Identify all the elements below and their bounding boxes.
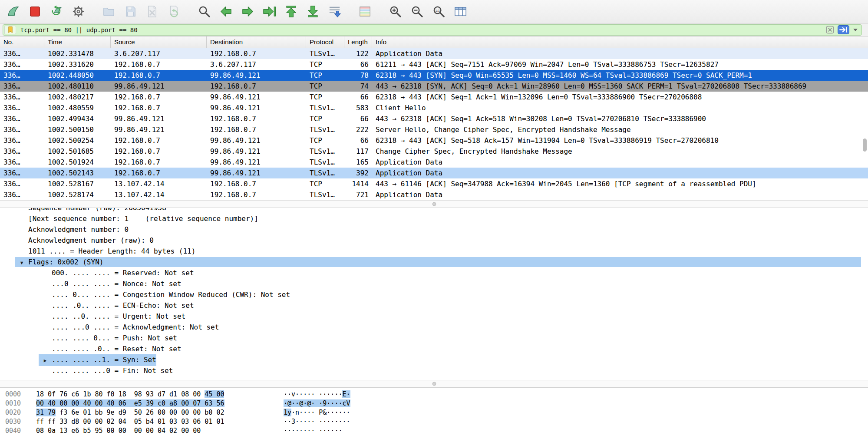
resize-columns-button[interactable]: [452, 3, 469, 21]
colorize-button[interactable]: [356, 3, 373, 21]
go-forward-icon: [241, 5, 254, 18]
column-header-info[interactable]: Info: [372, 36, 868, 48]
hex-row[interactable]: 002031 79 f3 6e 01 bb 9e d9 50 26 00 00 …: [0, 408, 868, 417]
hex-offset: 0020: [0, 408, 36, 417]
go-first-button[interactable]: [282, 3, 300, 21]
cell-protocol: TCP: [306, 59, 344, 70]
hex-row[interactable]: 000018 0f 76 c6 1b 80 f0 18 98 93 d7 d1 …: [0, 390, 868, 399]
cell-length: 122: [344, 48, 372, 59]
cell-protocol: TCP: [306, 92, 344, 102]
go-first-icon: [284, 5, 298, 18]
detail-line[interactable]: .... .... .0.. = Reset: Not set: [0, 343, 868, 354]
detail-line[interactable]: 000. .... .... = Reserved: Not set: [0, 267, 868, 278]
detail-text: .... ..0. .... = Urgent: Not set: [52, 312, 185, 320]
packet-row[interactable]: 336…1002.448050192.168.0.799.86.49.121TC…: [0, 70, 868, 81]
detail-line[interactable]: .... .... ...0 = Fin: Not set: [0, 365, 868, 376]
pane-splitter[interactable]: [0, 200, 868, 208]
filter-bookmark-button[interactable]: [4, 26, 16, 34]
reload-file-icon: [167, 5, 181, 18]
cell-source: 13.107.42.14: [111, 189, 207, 200]
packet-row[interactable]: 336…1002.480559192.168.0.799.86.49.121TL…: [0, 102, 868, 113]
packet-row[interactable]: 336…1002.49943499.86.49.121192.168.0.7TC…: [0, 113, 868, 124]
cell-no: 336…: [0, 157, 44, 168]
cell-destination: 99.86.49.121: [207, 135, 306, 146]
packet-row[interactable]: 336…1002.331620192.168.0.73.6.207.117TCP…: [0, 59, 868, 70]
column-header-length[interactable]: Length: [344, 36, 372, 48]
go-forward-button[interactable]: [239, 3, 256, 21]
go-to-packet-button[interactable]: [261, 3, 278, 21]
packet-row[interactable]: 336…1002.501924192.168.0.799.86.49.121TL…: [0, 157, 868, 168]
cell-destination: 99.86.49.121: [207, 157, 306, 168]
packet-row[interactable]: 336…1002.48011099.86.49.121192.168.0.7TC…: [0, 81, 868, 92]
wireshark-window: 1:1 No.TimeSourceDestinationProtocolLeng…: [0, 0, 868, 442]
cell-info: Application Data: [372, 48, 868, 59]
cell-protocol: TLSv1…: [306, 124, 344, 135]
cell-destination: 99.86.49.121: [207, 92, 306, 102]
detail-line[interactable]: .... .... 0... = Push: Not set: [0, 333, 868, 343]
column-header-time[interactable]: Time: [44, 36, 111, 48]
zoom-out-button[interactable]: [408, 3, 426, 21]
column-header-destination[interactable]: Destination: [207, 36, 306, 48]
cell-length: 222: [344, 124, 372, 135]
stop-capture-button[interactable]: [26, 3, 43, 21]
hex-row[interactable]: 001000 40 00 00 40 00 40 06 e5 39 c0 a8 …: [0, 399, 868, 408]
restart-capture-button[interactable]: [48, 3, 65, 21]
detail-line[interactable]: ▶.... .... ..1. = Syn: Set: [0, 354, 868, 365]
auto-scroll-button[interactable]: [326, 3, 343, 21]
cell-source: 192.168.0.7: [111, 135, 207, 146]
cell-source: 192.168.0.7: [111, 102, 207, 113]
detail-line[interactable]: 1011 .... = Header Length: 44 bytes (11): [0, 246, 868, 257]
detail-line[interactable]: .... ...0 .... = Acknowledgment: Not set: [0, 322, 868, 333]
hex-ascii: ·@··@·@· ·9····cV: [284, 399, 350, 408]
detail-line[interactable]: Acknowledgment number: 0: [0, 224, 868, 235]
packet-list-header: No.TimeSourceDestinationProtocolLengthIn…: [0, 36, 868, 48]
cell-length: 66: [344, 135, 372, 146]
filter-clear-button[interactable]: [826, 26, 834, 34]
pane-splitter[interactable]: [0, 380, 868, 388]
cell-info: Server Hello, Change Cipher Spec, Encryp…: [372, 124, 868, 135]
detail-line[interactable]: ▼Flags: 0x002 (SYN): [0, 257, 868, 267]
expand-icon[interactable]: ▶: [39, 355, 52, 366]
packet-row[interactable]: 336…1002.500254192.168.0.799.86.49.121TC…: [0, 135, 868, 146]
packet-list-scrollbar-thumb[interactable]: [863, 139, 867, 152]
cell-time: 1002.499434: [44, 113, 111, 124]
capture-options-button[interactable]: [69, 3, 87, 21]
hex-row[interactable]: 004008 0a 13 e6 b5 95 00 00 00 00 04 02 …: [0, 426, 868, 435]
packet-row[interactable]: 336…1002.501685192.168.0.799.86.49.121TL…: [0, 146, 868, 157]
go-last-button[interactable]: [304, 3, 321, 21]
packet-row[interactable]: 336…1002.502143192.168.0.799.86.49.121TL…: [0, 168, 868, 178]
find-packet-button[interactable]: [195, 3, 213, 21]
cell-time: 1002.502143: [44, 168, 111, 178]
cell-time: 1002.500254: [44, 135, 111, 146]
hex-row[interactable]: 0030ff ff 33 d8 00 00 02 04 05 b4 01 03 …: [0, 417, 868, 426]
filter-apply-button[interactable]: [838, 25, 849, 34]
detail-line[interactable]: .... .0.. .... = ECN-Echo: Not set: [0, 300, 868, 311]
column-header-source[interactable]: Source: [111, 36, 207, 48]
display-filter-bar: [0, 23, 868, 36]
column-header-protocol[interactable]: Protocol: [306, 36, 344, 48]
detail-line[interactable]: ...0 .... .... = Nonce: Not set: [0, 278, 868, 289]
go-back-button[interactable]: [217, 3, 234, 21]
filter-history-dropdown-button[interactable]: [853, 28, 858, 32]
detail-line[interactable]: .... 0... .... = Congestion Window Reduc…: [0, 289, 868, 300]
cell-no: 336…: [0, 81, 44, 92]
detail-line[interactable]: Acknowledgment number (raw): 0: [0, 235, 868, 246]
display-filter-input[interactable]: [20, 26, 822, 33]
hex-offset: 0010: [0, 399, 36, 408]
detail-line[interactable]: [Next sequence number: 1 (relative seque…: [0, 213, 868, 224]
collapse-icon[interactable]: ▼: [15, 257, 28, 268]
zoom-out-icon: [410, 5, 424, 18]
packet-row[interactable]: 336…1002.50015099.86.49.121192.168.0.7TL…: [0, 124, 868, 135]
detail-line[interactable]: .... ..0. .... = Urgent: Not set: [0, 311, 868, 322]
packet-row[interactable]: 336…1002.3314783.6.207.117192.168.0.7TLS…: [0, 48, 868, 59]
packet-row[interactable]: 336…1002.480217192.168.0.799.86.49.121TC…: [0, 92, 868, 102]
zoom-reset-icon: 1:1: [432, 5, 446, 18]
packet-row[interactable]: 336…1002.52816713.107.42.14192.168.0.7TC…: [0, 178, 868, 189]
zoom-reset-button[interactable]: 1:1: [430, 3, 447, 21]
detail-line[interactable]: Sequence number (raw): 2665041958: [0, 208, 868, 213]
packet-row[interactable]: 336…1002.52817413.107.42.14192.168.0.7TL…: [0, 189, 868, 200]
start-capture-button[interactable]: [4, 3, 22, 21]
column-header-no[interactable]: No.: [0, 36, 44, 48]
cell-source: 192.168.0.7: [111, 59, 207, 70]
zoom-in-button[interactable]: [386, 3, 404, 21]
